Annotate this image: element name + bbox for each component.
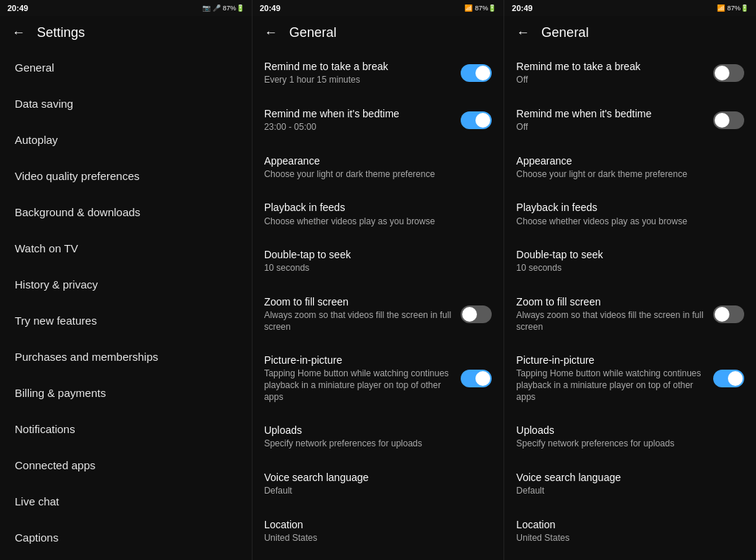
menu-item-12[interactable]: Live chat [0, 483, 252, 519]
setting-title-1-7: Uploads [264, 424, 485, 437]
setting-subtitle-1-5: Always zoom so that videos fill the scre… [264, 310, 454, 333]
setting-row-1-10[interactable]: Restricted Mode [252, 555, 504, 560]
setting-row-1-3[interactable]: Playback in feedsChoose whether videos p… [252, 190, 504, 238]
toggle-1-6[interactable] [461, 370, 492, 387]
back-icon-0[interactable]: ← [12, 25, 25, 41]
menu-item-13[interactable]: Captions [0, 519, 252, 556]
toggle-2-6[interactable] [713, 370, 744, 387]
panel-1: ←GeneralRemind me to take a breakEvery 1… [252, 16, 505, 560]
setting-row-2-5[interactable]: Zoom to fill screenAlways zoom so that v… [504, 285, 756, 343]
setting-row-2-8[interactable]: Voice search languageDefault [504, 460, 756, 508]
setting-title-2-2: Appearance [516, 154, 737, 167]
back-icon-2[interactable]: ← [516, 25, 529, 41]
back-icon-1[interactable]: ← [264, 25, 278, 41]
setting-text-2-8: Voice search languageDefault [516, 471, 744, 497]
setting-row-1-0[interactable]: Remind me to take a breakEvery 1 hour 15… [252, 49, 504, 97]
menu-item-5[interactable]: Watch on TV [0, 230, 252, 266]
setting-text-2-1: Remind me when it's bedtimeOff [516, 107, 713, 134]
setting-text-1-1: Remind me when it's bedtime23:00 - 05:00 [264, 107, 461, 134]
setting-row-2-2[interactable]: AppearanceChoose your light or dark them… [504, 144, 756, 191]
panel-header-1: ←General [252, 16, 504, 49]
setting-subtitle-2-1: Off [516, 122, 706, 134]
menu-item-2[interactable]: Autoplay [0, 122, 252, 158]
menu-item-7[interactable]: Try new features [0, 303, 252, 339]
setting-row-1-4[interactable]: Double-tap to seek10 seconds [252, 238, 504, 285]
setting-row-1-9[interactable]: LocationUnited States [252, 508, 504, 555]
setting-row-1-8[interactable]: Voice search languageDefault [252, 460, 504, 508]
setting-title-2-6: Picture-in-picture [516, 353, 706, 367]
settings-list-0: GeneralData savingAutoplayVideo quality … [0, 49, 252, 560]
setting-row-2-0[interactable]: Remind me to take a breakOff [504, 49, 756, 97]
setting-subtitle-1-0: Every 1 hour 15 minutes [264, 75, 454, 86]
setting-subtitle-2-4: 10 seconds [516, 263, 737, 274]
menu-item-11[interactable]: Connected apps [0, 447, 252, 483]
setting-title-2-0: Remind me to take a break [516, 60, 706, 73]
status-bar: 20:49 📷 🎤 87%🔋 20:49 📶 87%🔋 20:49 📶 87%🔋 [0, 0, 756, 16]
setting-text-1-7: UploadsSpecify network preferences for u… [264, 424, 492, 450]
setting-title-1-6: Picture-in-picture [264, 353, 454, 367]
menu-item-0[interactable]: General [0, 49, 252, 86]
setting-subtitle-1-1: 23:00 - 05:00 [264, 122, 454, 134]
camera-icon: 📷 [202, 4, 210, 12]
menu-item-6[interactable]: History & privacy [0, 266, 252, 303]
setting-subtitle-2-8: Default [516, 485, 737, 497]
menu-item-3[interactable]: Video quality preferences [0, 158, 252, 194]
toggle-1-5[interactable] [461, 305, 492, 323]
setting-text-2-5: Zoom to fill screenAlways zoom so that v… [516, 295, 713, 333]
setting-title-2-9: Location [516, 518, 737, 531]
wifi-icon: 📶 [464, 4, 472, 12]
toggle-2-1[interactable] [713, 111, 744, 129]
setting-row-1-5[interactable]: Zoom to fill screenAlways zoom so that v… [252, 285, 504, 343]
setting-row-2-6[interactable]: Picture-in-pictureTapping Home button wh… [504, 343, 756, 413]
setting-row-2-3[interactable]: Playback in feedsChoose whether videos p… [504, 190, 756, 238]
setting-text-2-4: Double-tap to seek10 seconds [516, 248, 744, 274]
menu-item-8[interactable]: Purchases and memberships [0, 339, 252, 375]
setting-title-1-0: Remind me to take a break [264, 60, 454, 73]
panel-header-0: ←Settings [0, 16, 252, 49]
setting-subtitle-2-6: Tapping Home button while watching conti… [516, 368, 706, 403]
setting-row-2-7[interactable]: UploadsSpecify network preferences for u… [504, 413, 756, 460]
setting-subtitle-2-5: Always zoom so that videos fill the scre… [516, 310, 706, 333]
setting-row-2-10[interactable]: Restricted Mode [504, 555, 756, 560]
menu-item-14[interactable]: Accessibility [0, 556, 252, 560]
toggle-2-5[interactable] [713, 305, 744, 323]
toggle-1-0[interactable] [461, 64, 492, 82]
setting-title-2-5: Zoom to fill screen [516, 295, 706, 308]
setting-title-2-3: Playback in feeds [516, 201, 737, 214]
setting-text-1-6: Picture-in-pictureTapping Home button wh… [264, 353, 461, 403]
toggle-2-0[interactable] [713, 64, 744, 82]
menu-item-4[interactable]: Background & downloads [0, 194, 252, 230]
setting-subtitle-2-9: United States [516, 533, 737, 545]
setting-row-1-6[interactable]: Picture-in-pictureTapping Home button wh… [252, 343, 504, 413]
toggle-1-1[interactable] [461, 111, 492, 129]
setting-subtitle-1-9: United States [264, 533, 485, 545]
menu-item-1[interactable]: Data saving [0, 86, 252, 122]
setting-subtitle-2-7: Specify network preferences for uploads [516, 438, 737, 450]
settings-list-2: Remind me to take a breakOffRemind me wh… [504, 49, 756, 560]
status-section-2: 20:49 📶 87%🔋 [252, 0, 505, 16]
setting-row-2-1[interactable]: Remind me when it's bedtimeOff [504, 97, 756, 144]
panel-2: ←GeneralRemind me to take a breakOffRemi… [504, 16, 756, 560]
setting-text-1-9: LocationUnited States [264, 518, 492, 545]
setting-text-1-3: Playback in feedsChoose whether videos p… [264, 201, 492, 227]
setting-row-1-7[interactable]: UploadsSpecify network preferences for u… [252, 413, 504, 460]
setting-title-1-5: Zoom to fill screen [264, 295, 454, 308]
setting-row-1-1[interactable]: Remind me when it's bedtime23:00 - 05:00 [252, 97, 504, 144]
setting-row-2-9[interactable]: LocationUnited States [504, 508, 756, 555]
setting-subtitle-2-2: Choose your light or dark theme preferen… [516, 169, 737, 181]
panel-title-0: Settings [37, 25, 85, 41]
setting-title-2-1: Remind me when it's bedtime [516, 107, 706, 120]
setting-row-1-2[interactable]: AppearanceChoose your light or dark them… [252, 144, 504, 191]
icons-2: 📶 87%🔋 [464, 4, 496, 12]
setting-text-2-3: Playback in feedsChoose whether videos p… [516, 201, 744, 227]
setting-title-2-8: Voice search language [516, 471, 737, 484]
setting-text-1-5: Zoom to fill screenAlways zoom so that v… [264, 295, 461, 333]
menu-item-9[interactable]: Billing & payments [0, 375, 252, 411]
status-section-1: 20:49 📷 🎤 87%🔋 [0, 0, 252, 16]
setting-subtitle-1-7: Specify network preferences for uploads [264, 438, 485, 450]
setting-text-2-2: AppearanceChoose your light or dark them… [516, 154, 744, 181]
setting-text-2-9: LocationUnited States [516, 518, 744, 545]
menu-item-10[interactable]: Notifications [0, 411, 252, 447]
setting-row-2-4[interactable]: Double-tap to seek10 seconds [504, 238, 756, 285]
setting-title-2-7: Uploads [516, 424, 737, 437]
